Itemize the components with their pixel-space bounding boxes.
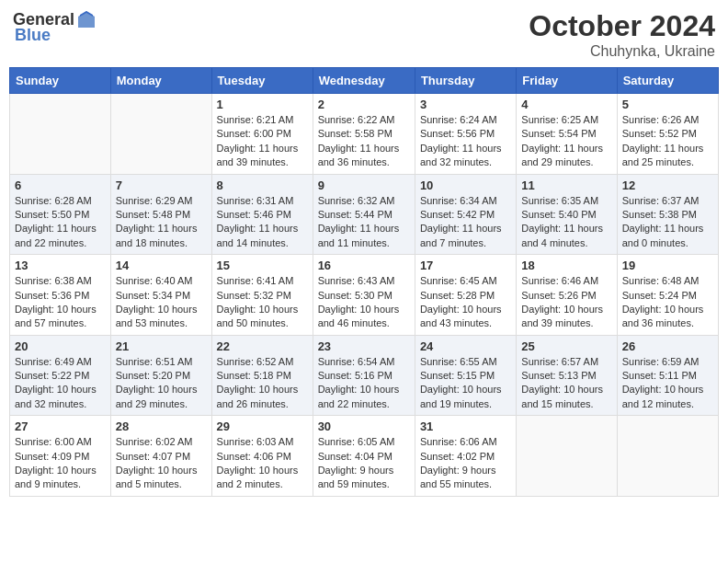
day-number: 24 xyxy=(420,339,511,353)
calendar-cell: 29Sunrise: 6:03 AM Sunset: 4:06 PM Dayli… xyxy=(211,416,313,497)
calendar-cell: 19Sunrise: 6:48 AM Sunset: 5:24 PM Dayli… xyxy=(617,255,718,336)
title-area: October 2024 Chuhynka, Ukraine xyxy=(529,9,715,60)
calendar-cell: 10Sunrise: 6:34 AM Sunset: 5:42 PM Dayli… xyxy=(415,174,516,255)
day-number: 1 xyxy=(217,98,308,111)
day-info: Sunrise: 6:52 AM Sunset: 5:18 PM Dayligh… xyxy=(217,355,308,412)
day-number: 7 xyxy=(116,178,207,192)
calendar-week-row: 13Sunrise: 6:38 AM Sunset: 5:36 PM Dayli… xyxy=(10,255,719,336)
calendar-cell: 23Sunrise: 6:54 AM Sunset: 5:16 PM Dayli… xyxy=(313,335,415,416)
calendar-cell: 26Sunrise: 6:59 AM Sunset: 5:11 PM Dayli… xyxy=(617,335,718,416)
calendar-table: SundayMondayTuesdayWednesdayThursdayFrid… xyxy=(9,67,719,497)
logo: General Blue xyxy=(13,9,97,45)
day-number: 3 xyxy=(420,98,511,111)
calendar-cell: 28Sunrise: 6:02 AM Sunset: 4:07 PM Dayli… xyxy=(110,416,211,497)
day-info: Sunrise: 6:28 AM Sunset: 5:50 PM Dayligh… xyxy=(15,194,106,251)
day-info: Sunrise: 6:46 AM Sunset: 5:26 PM Dayligh… xyxy=(521,274,611,331)
day-info: Sunrise: 6:22 AM Sunset: 5:58 PM Dayligh… xyxy=(318,113,410,170)
calendar-cell: 5Sunrise: 6:26 AM Sunset: 5:52 PM Daylig… xyxy=(617,94,718,175)
calendar-cell: 6Sunrise: 6:28 AM Sunset: 5:50 PM Daylig… xyxy=(10,174,111,255)
day-info: Sunrise: 6:45 AM Sunset: 5:28 PM Dayligh… xyxy=(420,274,511,331)
day-info: Sunrise: 6:34 AM Sunset: 5:42 PM Dayligh… xyxy=(420,194,511,251)
weekday-header-friday: Friday xyxy=(517,68,617,94)
weekday-header-thursday: Thursday xyxy=(415,68,516,94)
day-number: 2 xyxy=(318,98,410,111)
weekday-header-wednesday: Wednesday xyxy=(313,68,415,94)
day-number: 9 xyxy=(318,178,410,192)
calendar-cell: 1Sunrise: 6:21 AM Sunset: 6:00 PM Daylig… xyxy=(211,94,313,175)
day-info: Sunrise: 6:41 AM Sunset: 5:32 PM Dayligh… xyxy=(217,274,308,331)
weekday-header-row: SundayMondayTuesdayWednesdayThursdayFrid… xyxy=(10,68,719,94)
calendar-cell: 25Sunrise: 6:57 AM Sunset: 5:13 PM Dayli… xyxy=(517,335,617,416)
day-number: 22 xyxy=(217,339,308,353)
day-info: Sunrise: 6:32 AM Sunset: 5:44 PM Dayligh… xyxy=(318,194,410,251)
day-info: Sunrise: 6:21 AM Sunset: 6:00 PM Dayligh… xyxy=(217,113,308,170)
calendar-cell xyxy=(110,94,211,175)
day-number: 13 xyxy=(15,259,106,272)
day-info: Sunrise: 6:57 AM Sunset: 5:13 PM Dayligh… xyxy=(521,355,611,412)
calendar-cell: 16Sunrise: 6:43 AM Sunset: 5:30 PM Dayli… xyxy=(313,255,415,336)
calendar-cell: 17Sunrise: 6:45 AM Sunset: 5:28 PM Dayli… xyxy=(415,255,516,336)
day-info: Sunrise: 6:29 AM Sunset: 5:48 PM Dayligh… xyxy=(116,194,207,251)
calendar-cell xyxy=(517,416,617,497)
day-number: 17 xyxy=(420,259,511,272)
day-info: Sunrise: 6:26 AM Sunset: 5:52 PM Dayligh… xyxy=(622,113,713,170)
logo-blue: Blue xyxy=(15,26,51,45)
day-number: 30 xyxy=(318,419,410,433)
calendar-cell: 13Sunrise: 6:38 AM Sunset: 5:36 PM Dayli… xyxy=(10,255,111,336)
day-number: 21 xyxy=(116,339,207,353)
calendar-cell: 30Sunrise: 6:05 AM Sunset: 4:04 PM Dayli… xyxy=(313,416,415,497)
calendar-cell: 11Sunrise: 6:35 AM Sunset: 5:40 PM Dayli… xyxy=(517,174,617,255)
day-info: Sunrise: 6:51 AM Sunset: 5:20 PM Dayligh… xyxy=(116,355,207,412)
calendar-cell: 31Sunrise: 6:06 AM Sunset: 4:02 PM Dayli… xyxy=(415,416,516,497)
day-number: 28 xyxy=(116,419,207,433)
month-title: October 2024 xyxy=(529,9,715,43)
calendar-cell: 14Sunrise: 6:40 AM Sunset: 5:34 PM Dayli… xyxy=(110,255,211,336)
day-number: 16 xyxy=(318,259,410,272)
day-number: 26 xyxy=(622,339,713,353)
calendar-cell: 2Sunrise: 6:22 AM Sunset: 5:58 PM Daylig… xyxy=(313,94,415,175)
day-info: Sunrise: 6:49 AM Sunset: 5:22 PM Dayligh… xyxy=(15,355,106,412)
weekday-header-saturday: Saturday xyxy=(617,68,718,94)
day-number: 14 xyxy=(116,259,207,272)
logo-icon xyxy=(76,9,97,29)
day-info: Sunrise: 6:06 AM Sunset: 4:02 PM Dayligh… xyxy=(420,435,511,492)
day-info: Sunrise: 6:38 AM Sunset: 5:36 PM Dayligh… xyxy=(15,274,106,331)
weekday-header-tuesday: Tuesday xyxy=(211,68,313,94)
day-number: 23 xyxy=(318,339,410,353)
weekday-header-monday: Monday xyxy=(110,68,211,94)
calendar-cell: 3Sunrise: 6:24 AM Sunset: 5:56 PM Daylig… xyxy=(415,94,516,175)
day-info: Sunrise: 6:03 AM Sunset: 4:06 PM Dayligh… xyxy=(217,435,308,492)
day-info: Sunrise: 6:35 AM Sunset: 5:40 PM Dayligh… xyxy=(521,194,611,251)
calendar-week-row: 1Sunrise: 6:21 AM Sunset: 6:00 PM Daylig… xyxy=(10,94,719,175)
day-number: 19 xyxy=(622,259,713,272)
day-number: 12 xyxy=(622,178,713,192)
calendar-week-row: 27Sunrise: 6:00 AM Sunset: 4:09 PM Dayli… xyxy=(10,416,719,497)
calendar-cell xyxy=(10,94,111,175)
calendar-cell: 15Sunrise: 6:41 AM Sunset: 5:32 PM Dayli… xyxy=(211,255,313,336)
calendar-week-row: 6Sunrise: 6:28 AM Sunset: 5:50 PM Daylig… xyxy=(10,174,719,255)
day-number: 11 xyxy=(521,178,611,192)
calendar-cell: 8Sunrise: 6:31 AM Sunset: 5:46 PM Daylig… xyxy=(211,174,313,255)
calendar-cell: 21Sunrise: 6:51 AM Sunset: 5:20 PM Dayli… xyxy=(110,335,211,416)
day-info: Sunrise: 6:25 AM Sunset: 5:54 PM Dayligh… xyxy=(521,113,611,170)
day-info: Sunrise: 6:05 AM Sunset: 4:04 PM Dayligh… xyxy=(318,435,410,492)
day-number: 10 xyxy=(420,178,511,192)
day-info: Sunrise: 6:48 AM Sunset: 5:24 PM Dayligh… xyxy=(622,274,713,331)
day-number: 5 xyxy=(622,98,713,111)
day-number: 20 xyxy=(15,339,106,353)
day-info: Sunrise: 6:40 AM Sunset: 5:34 PM Dayligh… xyxy=(116,274,207,331)
calendar-cell: 27Sunrise: 6:00 AM Sunset: 4:09 PM Dayli… xyxy=(10,416,111,497)
page-header: General Blue October 2024 Chuhynka, Ukra… xyxy=(9,9,719,60)
calendar-cell: 12Sunrise: 6:37 AM Sunset: 5:38 PM Dayli… xyxy=(617,174,718,255)
day-info: Sunrise: 6:00 AM Sunset: 4:09 PM Dayligh… xyxy=(15,435,106,492)
calendar-cell: 22Sunrise: 6:52 AM Sunset: 5:18 PM Dayli… xyxy=(211,335,313,416)
day-info: Sunrise: 6:37 AM Sunset: 5:38 PM Dayligh… xyxy=(622,194,713,251)
calendar-cell xyxy=(617,416,718,497)
calendar-cell: 20Sunrise: 6:49 AM Sunset: 5:22 PM Dayli… xyxy=(10,335,111,416)
day-number: 6 xyxy=(15,178,106,192)
weekday-header-sunday: Sunday xyxy=(10,68,111,94)
calendar-cell: 9Sunrise: 6:32 AM Sunset: 5:44 PM Daylig… xyxy=(313,174,415,255)
location-title: Chuhynka, Ukraine xyxy=(529,43,715,60)
day-number: 29 xyxy=(217,419,308,433)
day-info: Sunrise: 6:24 AM Sunset: 5:56 PM Dayligh… xyxy=(420,113,511,170)
